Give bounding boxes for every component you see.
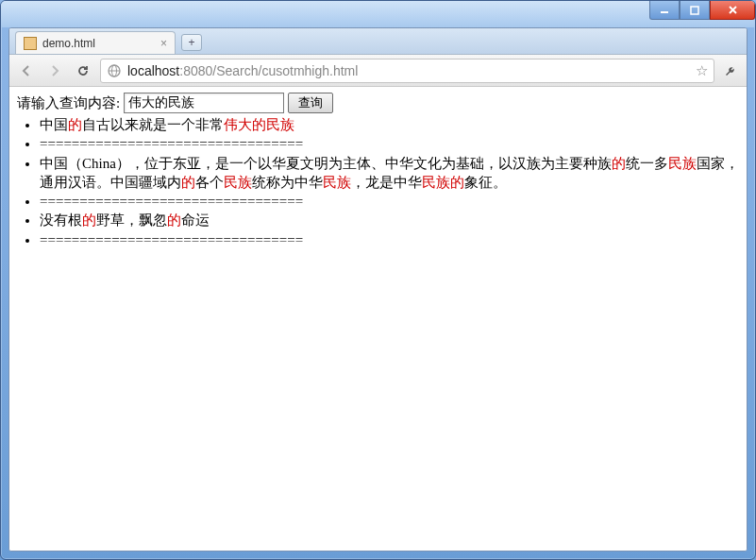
query-label: 请输入查询内容: (17, 94, 120, 112)
query-button[interactable]: 查询 (288, 93, 333, 113)
highlight: 的 (68, 117, 82, 132)
highlight: 民族 (668, 156, 697, 171)
result-item: 中国（China），位于东亚，是一个以华夏文明为主体、中华文化为基础，以汉族为主… (40, 154, 739, 193)
page-content: 请输入查询内容: 查询 中国的自古以来就是一个非常伟大的民族==========… (9, 87, 747, 551)
highlight: 民族 (323, 175, 351, 190)
bookmark-star-icon[interactable]: ☆ (696, 62, 708, 79)
tab-close-icon[interactable]: × (160, 37, 167, 50)
highlight: 伟大的民族 (224, 117, 294, 132)
os-window: demo.html × + localhost:8080/Search/cuso… (0, 0, 756, 560)
url-port: :8080 (179, 63, 212, 78)
wrench-menu-button[interactable] (720, 60, 741, 81)
result-item: 中国的自古以来就是一个非常伟大的民族 (40, 115, 739, 134)
back-button[interactable] (15, 59, 38, 82)
minimize-button[interactable] (649, 1, 680, 20)
highlight: 的 (167, 212, 181, 228)
reload-button[interactable] (72, 59, 94, 82)
separator: ================================= (40, 134, 739, 153)
close-button[interactable] (710, 1, 755, 20)
highlight: 民族的 (422, 175, 464, 190)
separator: ================================= (40, 230, 739, 249)
maximize-button[interactable] (680, 1, 710, 20)
globe-icon (107, 63, 122, 78)
separator: ================================= (40, 192, 739, 211)
result-item: 没有根的野草，飘忽的命运 (40, 211, 739, 229)
svg-rect-1 (691, 7, 698, 14)
results-list: 中国的自古以来就是一个非常伟大的民族======================… (17, 115, 739, 249)
browser-frame: demo.html × + localhost:8080/Search/cuso… (8, 27, 748, 552)
url-host: localhost (127, 63, 179, 78)
tab-title: demo.html (42, 37, 95, 50)
highlight: 的 (82, 212, 96, 228)
browser-toolbar: localhost:8080/Search/cusotmhigh.html ☆ (9, 55, 747, 87)
address-bar[interactable]: localhost:8080/Search/cusotmhigh.html ☆ (100, 59, 714, 83)
window-buttons (649, 1, 755, 20)
url-path: /Search/cusotmhigh.html (212, 63, 358, 78)
highlight: 民族 (224, 175, 252, 190)
highlight: 的 (181, 175, 195, 190)
query-input[interactable] (124, 93, 284, 113)
favicon-icon (24, 37, 37, 50)
new-tab-button[interactable]: + (181, 34, 202, 51)
tab-strip: demo.html × + (9, 28, 747, 55)
highlight: 的 (612, 156, 626, 171)
window-titlebar[interactable] (1, 1, 755, 27)
query-row: 请输入查询内容: 查询 (17, 93, 739, 113)
browser-tab[interactable]: demo.html × (15, 31, 176, 54)
forward-button[interactable] (43, 59, 66, 82)
